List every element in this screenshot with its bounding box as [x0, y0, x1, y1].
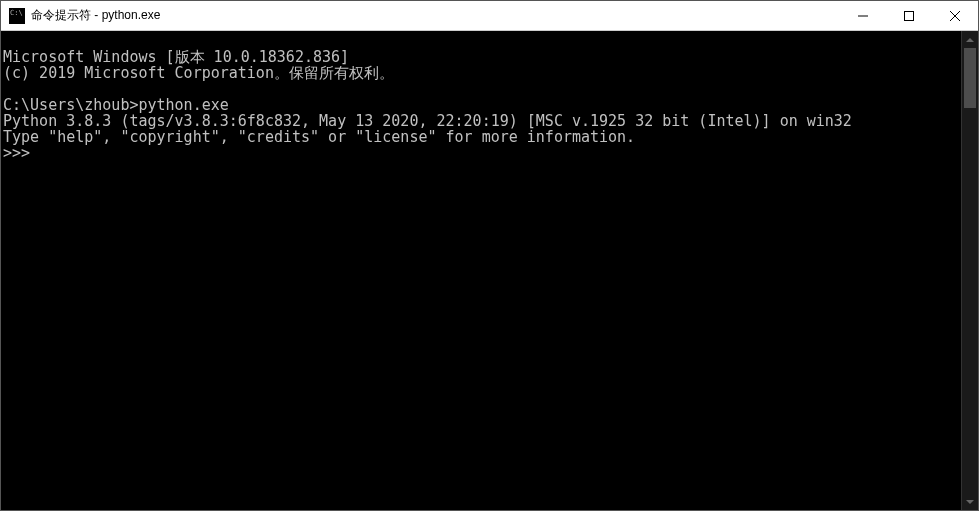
console-line: Type "help", "copyright", "credits" or "…	[3, 128, 635, 146]
chevron-up-icon	[966, 36, 974, 44]
close-button[interactable]	[932, 1, 978, 30]
window-titlebar: 命令提示符 - python.exe	[1, 1, 978, 31]
minimize-button[interactable]	[840, 1, 886, 30]
window-controls	[840, 1, 978, 30]
cmd-icon	[9, 8, 25, 24]
scrollbar-down-button[interactable]	[962, 493, 978, 510]
window-title: 命令提示符 - python.exe	[31, 7, 840, 24]
console-line: (c) 2019 Microsoft Corporation。保留所有权利。	[3, 64, 394, 82]
minimize-icon	[858, 11, 868, 21]
svg-rect-1	[905, 11, 914, 20]
maximize-icon	[904, 11, 914, 21]
close-icon	[950, 11, 960, 21]
console-area: Microsoft Windows [版本 10.0.18362.836] (c…	[1, 31, 978, 510]
vertical-scrollbar[interactable]	[961, 31, 978, 510]
console-content[interactable]: Microsoft Windows [版本 10.0.18362.836] (c…	[1, 31, 961, 510]
console-prompt: >>>	[3, 144, 30, 162]
scrollbar-up-button[interactable]	[962, 31, 978, 48]
scrollbar-thumb[interactable]	[964, 48, 976, 108]
maximize-button[interactable]	[886, 1, 932, 30]
chevron-down-icon	[966, 498, 974, 506]
